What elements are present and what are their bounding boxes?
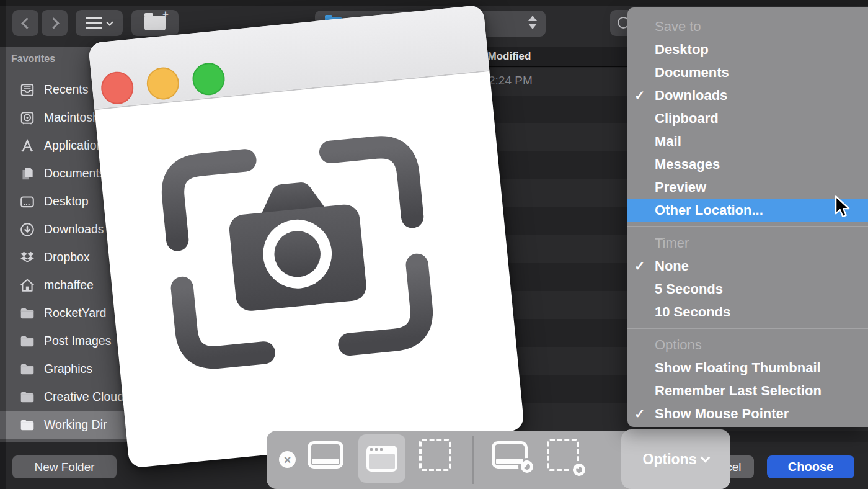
new-folder-button[interactable]: New Folder xyxy=(12,455,117,478)
appstore-icon xyxy=(19,137,35,154)
capture-selected-window-button[interactable] xyxy=(358,434,405,483)
new-folder-button-label: New Folder xyxy=(34,460,94,474)
desktop-icon xyxy=(19,193,35,210)
menu-item-messages[interactable]: Messages xyxy=(627,153,868,176)
chevron-right-icon xyxy=(48,17,59,29)
close-traffic-light[interactable] xyxy=(100,70,135,105)
sidebar-item-label: Graphics xyxy=(44,362,92,376)
close-circle-icon[interactable]: × xyxy=(279,451,296,468)
sidebar-item-label: Working Dir xyxy=(44,418,107,432)
dropbox-icon xyxy=(19,249,35,266)
sidebar-item-label: Desktop xyxy=(44,194,89,209)
folder-icon xyxy=(19,361,35,377)
window-left-edge xyxy=(0,0,6,489)
menu-separator xyxy=(627,328,868,329)
choose-button-label: Choose xyxy=(788,460,833,474)
record-selected-portion-button[interactable] xyxy=(547,439,579,471)
record-dot-icon xyxy=(521,460,533,473)
sidebar-item-label: Documents xyxy=(44,166,105,181)
chevron-down-icon xyxy=(106,19,113,25)
options-button-label: Options xyxy=(643,451,697,468)
file-date-modified: 2:24 PM xyxy=(489,74,533,87)
sidebar-item-label: Recents xyxy=(44,83,89,97)
choose-button[interactable]: Choose xyxy=(767,455,854,478)
menu-item-10-seconds[interactable]: 10 Seconds xyxy=(627,300,868,323)
sidebar-item-label: Creative Cloud xyxy=(44,390,124,404)
sidebar-item-label: Downloads xyxy=(44,222,104,236)
chevron-left-icon xyxy=(21,17,32,29)
window-top-edge xyxy=(0,0,868,6)
menu-item-show-mouse-pointer[interactable]: Show Mouse Pointer xyxy=(627,402,868,425)
toolbar-separator xyxy=(472,436,474,484)
menu-item-show-floating-thumbnail[interactable]: Show Floating Thumbnail xyxy=(627,356,868,379)
view-options-button[interactable] xyxy=(76,10,123,36)
camera-viewfinder-icon xyxy=(146,110,448,395)
screenshot-stage: Working Dir Favorites Recents Macintosh … xyxy=(0,0,868,489)
download-circle-icon xyxy=(19,221,35,238)
list-view-icon xyxy=(86,17,102,29)
documents-icon xyxy=(19,165,35,182)
menu-header-save-to: Save to xyxy=(627,15,868,38)
folder-icon xyxy=(19,388,35,405)
sidebar-item-label: RocketYard xyxy=(44,306,106,320)
menu-header-timer: Timer xyxy=(627,231,868,254)
record-dot-icon xyxy=(573,464,585,476)
options-button[interactable]: Options xyxy=(621,429,730,489)
menu-item-downloads[interactable]: Downloads xyxy=(627,84,868,107)
menu-item-documents[interactable]: Documents xyxy=(627,61,868,84)
menu-item-none[interactable]: None xyxy=(627,254,868,277)
menu-separator xyxy=(627,226,868,227)
menu-item-mail[interactable]: Mail xyxy=(627,130,868,153)
folder-icon xyxy=(19,305,35,321)
new-folder-icon xyxy=(144,16,166,30)
harddrive-icon xyxy=(19,109,35,126)
window-icon xyxy=(366,446,397,472)
screenshot-toolbar: × Options xyxy=(267,431,730,489)
menu-item-clipboard[interactable]: Clipboard xyxy=(627,107,868,130)
menu-header-options: Options xyxy=(627,333,868,356)
home-icon xyxy=(19,277,35,294)
capture-entire-screen-button[interactable] xyxy=(308,441,343,469)
arrow-pointer-icon xyxy=(831,195,854,221)
record-entire-screen-button[interactable] xyxy=(492,441,528,469)
folder-icon xyxy=(19,416,35,433)
menu-item-5-seconds[interactable]: 5 Seconds xyxy=(627,277,868,300)
minimize-traffic-light[interactable] xyxy=(145,66,180,101)
sidebar-heading: Favorites xyxy=(11,53,55,65)
capture-selected-portion-button[interactable] xyxy=(419,439,451,471)
sidebar-item-label: Dropbox xyxy=(44,250,90,264)
new-folder-toolbar-button[interactable] xyxy=(131,10,179,36)
forward-button[interactable] xyxy=(42,10,68,36)
sidebar-item-label: mchaffee xyxy=(44,278,94,292)
chevron-down-icon xyxy=(701,452,711,462)
sidebar-item-label: Post Images xyxy=(44,334,111,348)
folder-icon xyxy=(19,333,35,349)
zoom-traffic-light[interactable] xyxy=(191,61,226,97)
back-button[interactable] xyxy=(12,10,38,36)
screenshot-app-window xyxy=(88,5,525,469)
recents-icon xyxy=(19,81,35,98)
updown-carets-icon xyxy=(528,16,537,29)
menu-item-remember-last-selection[interactable]: Remember Last Selection xyxy=(627,379,868,402)
menu-item-desktop[interactable]: Desktop xyxy=(627,38,868,61)
